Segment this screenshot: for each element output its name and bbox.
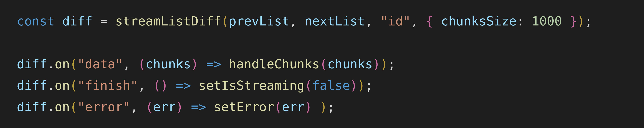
brace-open: { [426, 14, 441, 28]
paren-open: ( [274, 100, 282, 114]
arg-nextList: nextList [304, 14, 365, 28]
paren-close: ) [358, 78, 365, 93]
arrow: => [168, 78, 198, 93]
code-line-3: diff.on("data", (chunks) => handleChunks… [17, 57, 396, 71]
keyword-const: const [17, 14, 55, 28]
paren-close: ) [176, 100, 183, 114]
comma: , [365, 14, 380, 28]
bool-false: false [312, 78, 350, 93]
var-diff: diff [17, 78, 47, 93]
paren-open: ( [70, 78, 77, 93]
arg-prevList: prevList [229, 14, 289, 28]
fn-setIsStreaming: setIsStreaming [198, 78, 304, 93]
string-id: "id" [380, 14, 410, 28]
paren-close: ) [373, 57, 380, 71]
colon: : [516, 14, 532, 28]
dot: . [47, 78, 55, 93]
comma: , [123, 57, 138, 71]
arg-err: err [282, 100, 304, 114]
paren-open: ( [146, 100, 153, 114]
code-line-1: const diff = streamListDiff(prevList, ne… [17, 14, 592, 28]
string-error: "error" [77, 100, 130, 114]
comma: , [130, 100, 146, 114]
comma: , [138, 78, 153, 93]
paren-open: ( [138, 57, 146, 71]
paren-close: ) [161, 78, 168, 93]
brace-close: } [562, 14, 577, 28]
semicolon: ; [365, 78, 373, 93]
param-chunks: chunks [146, 57, 191, 71]
paren-open: ( [70, 100, 77, 114]
fn-handleChunks: handleChunks [229, 57, 320, 71]
var-diff: diff [17, 100, 47, 114]
dot: . [47, 100, 55, 114]
semicolon: ; [585, 14, 592, 28]
semicolon: ; [327, 100, 335, 114]
paren-open: ( [70, 57, 77, 71]
paren-close: ) [191, 57, 198, 71]
dot: . [47, 57, 55, 71]
method-on: on [55, 100, 70, 114]
code-line-4: diff.on("finish", () => setIsStreaming(f… [17, 78, 373, 93]
code-line-5: diff.on("error", (err) => setError(err) … [17, 100, 335, 114]
string-data: "data" [77, 57, 123, 71]
var-diff: diff [62, 14, 92, 28]
comma: , [290, 14, 304, 28]
paren-close: ) [380, 57, 388, 71]
var-diff: diff [17, 57, 47, 71]
code-block: const diff = streamListDiff(prevList, ne… [0, 0, 644, 128]
fn-setError: setError [214, 100, 274, 114]
paren-close: ) [320, 100, 327, 114]
method-on: on [55, 57, 70, 71]
paren-open: ( [153, 78, 161, 93]
paren-open: ( [221, 14, 229, 28]
paren-open: ( [320, 57, 327, 71]
string-finish: "finish" [77, 78, 138, 93]
paren-close: ) [304, 100, 312, 114]
prop-chunksSize: chunksSize [441, 14, 517, 28]
space [312, 100, 320, 114]
paren-open: ( [304, 78, 312, 93]
arrow: => [183, 100, 214, 114]
number-1000: 1000 [532, 14, 562, 28]
fn-streamListDiff: streamListDiff [115, 14, 221, 28]
paren-close: ) [577, 14, 585, 28]
arrow: => [198, 57, 229, 71]
paren-close: ) [350, 78, 358, 93]
arg-chunks: chunks [327, 57, 373, 71]
param-err: err [153, 100, 176, 114]
semicolon: ; [388, 57, 396, 71]
comma: , [410, 14, 426, 28]
method-on: on [55, 78, 70, 93]
operator-assign: = [92, 14, 115, 28]
